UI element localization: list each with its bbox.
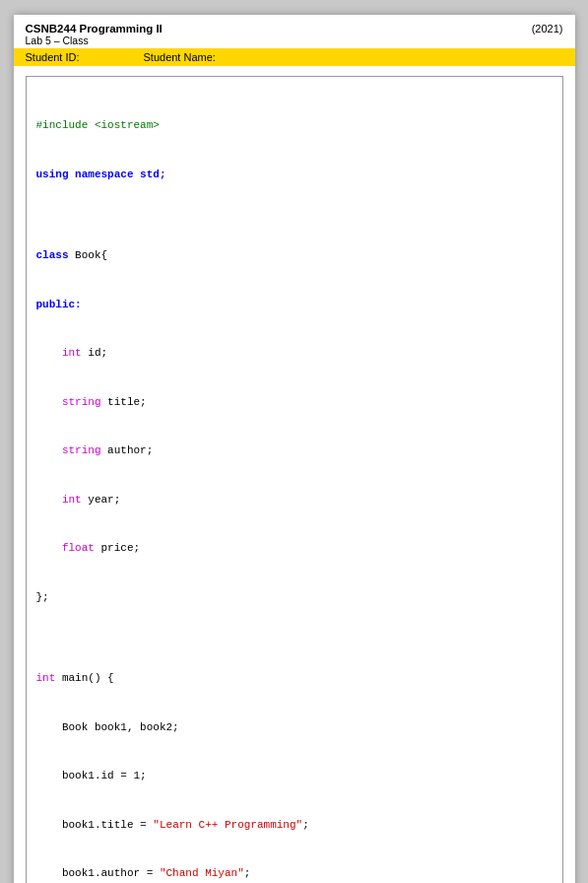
course-title: CSNB244 Programming II: [26, 23, 163, 34]
code-line: string author;: [36, 442, 553, 459]
page: CSNB244 Programming II Lab 5 – Class (20…: [14, 15, 575, 883]
code-line: public:: [36, 297, 553, 313]
lab-subtitle: Lab 5 – Class: [26, 34, 163, 46]
content-area: #include <iostream> using namespace std;…: [14, 66, 575, 883]
code-block: #include <iostream> using namespace std;…: [26, 76, 563, 883]
code-line: Book book1, book2;: [36, 719, 553, 736]
code-line: string title;: [36, 394, 553, 411]
code-line: book1.title = "Learn C++ Programming";: [36, 817, 553, 834]
code-line: using namespace std;: [36, 167, 553, 183]
header: CSNB244 Programming II Lab 5 – Class (20…: [14, 15, 575, 48]
code-line: #include <iostream>: [36, 117, 553, 134]
student-name-label: Student Name:: [144, 51, 216, 63]
code-line: float price;: [36, 540, 553, 557]
student-id-label: Student ID:: [26, 51, 144, 63]
code-line: book1.id = 1;: [36, 768, 553, 784]
code-line: int year;: [36, 492, 553, 509]
student-bar: Student ID: Student Name:: [14, 48, 575, 66]
code-line: book1.author = "Chand Miyan";: [36, 865, 553, 882]
year-label: (2021): [532, 23, 563, 34]
code-line: int main() {: [36, 670, 553, 687]
header-left: CSNB244 Programming II Lab 5 – Class: [26, 23, 163, 46]
code-line: class Book{: [36, 247, 553, 264]
code-line: int id;: [36, 345, 553, 362]
code-line: };: [36, 589, 553, 606]
